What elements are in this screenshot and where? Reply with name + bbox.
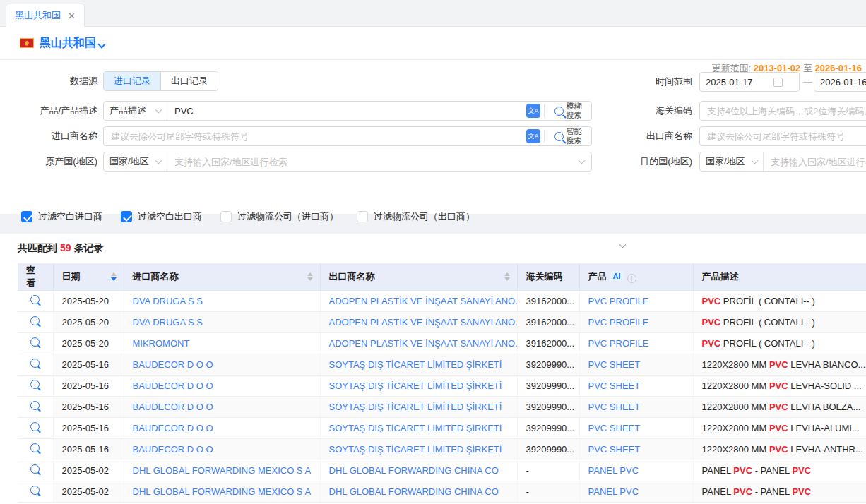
importer-link[interactable]: DVA DRUGA S S — [133, 296, 203, 306]
origin-country-input[interactable] — [167, 152, 579, 171]
exporter-link[interactable]: SOYTAŞ DIŞ TİCARET LİMİTED ŞİRKETİ — [329, 402, 502, 412]
origin-country-label: 原产国(地区) — [20, 152, 97, 172]
product-link[interactable]: PANEL PVC — [588, 465, 639, 476]
data-source-option-1[interactable]: 出口记录 — [160, 72, 218, 90]
column-header-2[interactable]: 进口商名称 — [124, 263, 320, 290]
date-cell: 2025-05-20 — [53, 290, 124, 311]
product-cell: PVC PROFILE — [579, 311, 693, 332]
exporter-link[interactable]: DHL GLOBAL FORWARDING CHINA CO — [329, 465, 499, 476]
column-header-5: 产品AIi — [579, 263, 693, 290]
date-from-input[interactable] — [706, 77, 773, 88]
exporter-link[interactable]: SOYTAŞ DIŞ TİCARET LİMİTED ŞİRKETİ — [329, 423, 502, 433]
destination-country-control: 国家/地区 — [699, 152, 866, 172]
origin-type-select[interactable]: 国家/地区 — [104, 152, 167, 171]
view-record-button[interactable] — [18, 311, 53, 332]
view-record-button[interactable] — [18, 354, 53, 375]
importer-link[interactable]: BAUDECOR D O O — [133, 444, 213, 455]
product-link[interactable]: PVC SHEET — [588, 444, 641, 455]
exporter-link[interactable]: ADOPEN PLASTİK VE İNŞAAT SANAYİ ANO... — [329, 338, 518, 349]
view-record-button[interactable] — [18, 417, 53, 438]
hs-code-input[interactable] — [700, 102, 866, 120]
fuzzy-search-button[interactable]: 模糊搜索 — [545, 102, 591, 120]
highlighted-term: PVC — [733, 465, 752, 476]
exporter-link[interactable]: SOYTAŞ DIŞ TİCARET LİMİTED ŞİRKETİ — [329, 359, 502, 370]
smart-search-button[interactable]: 智能搜索 — [545, 127, 591, 145]
column-header-3[interactable]: 出口商名称 — [320, 263, 517, 290]
importer-link[interactable]: BAUDECOR D O O — [133, 423, 213, 433]
importer-link[interactable]: DHL GLOBAL FORWARDING MEXICO S A — [133, 465, 312, 476]
info-icon[interactable]: i — [627, 274, 636, 283]
exporter-input[interactable] — [700, 127, 866, 145]
filter-checkbox-1[interactable]: 过滤空白出口商 — [121, 210, 202, 223]
highlighted-term: PVC — [733, 486, 752, 497]
importer-link[interactable]: MIKROMONT — [133, 338, 190, 349]
product-link[interactable]: PVC SHEET — [588, 402, 641, 412]
product-description-cell: PVC PROFİL ( CONTALI-- ) — [693, 332, 866, 354]
tab-close-icon[interactable]: ✕ — [68, 11, 76, 20]
view-record-button[interactable] — [18, 481, 53, 502]
sort-control[interactable] — [307, 272, 313, 281]
product-description-cell: 1220X2800 MM PVC LEVHA-ALUMI... — [693, 417, 866, 438]
importer-input[interactable] — [104, 127, 523, 145]
filter-checkbox-0[interactable]: 过滤空白进口商 — [21, 210, 102, 223]
destination-type-select[interactable]: 国家/地区 — [700, 152, 764, 171]
view-record-button[interactable] — [18, 396, 53, 417]
exporter-link[interactable]: DHL GLOBAL FORWARDING CHINA CO — [329, 486, 499, 497]
product-link[interactable]: PVC PROFILE — [588, 338, 649, 349]
filter-checkbox-2[interactable]: 过滤物流公司（进口商） — [220, 210, 338, 223]
product-link[interactable]: PVC PROFILE — [588, 317, 649, 328]
product-description-cell: 1220X2800 MM PVC LEVHA BOLZA... — [693, 396, 866, 417]
view-record-button[interactable] — [18, 290, 53, 311]
view-record-button[interactable] — [18, 375, 53, 396]
checkbox-unchecked-icon[interactable] — [220, 211, 232, 222]
chevron-down-icon — [155, 157, 162, 164]
view-record-button[interactable] — [18, 332, 53, 354]
filter-checkbox-3[interactable]: 过滤物流公司（出口商） — [357, 210, 475, 223]
table-header-row: 查看日期进口商名称出口商名称海关编码产品AIi产品描述 — [18, 263, 866, 290]
importer-link[interactable]: DVA DRUGA S S — [133, 317, 203, 328]
chevron-down-icon — [619, 241, 626, 248]
country-name[interactable]: 黑山共和国 — [40, 36, 96, 51]
checkbox-checked-icon[interactable] — [121, 211, 132, 222]
product-link[interactable]: PVC SHEET — [588, 380, 641, 391]
highlighted-term: PVC — [792, 486, 811, 497]
translate-button[interactable]: 文A — [523, 102, 544, 120]
exporter-link[interactable]: SOYTAŞ DIŞ TİCARET LİMİTED ŞİRKETİ — [329, 380, 502, 391]
description-text: PROFİL ( CONTALI-- ) — [720, 317, 815, 328]
chevron-down-icon — [155, 107, 162, 114]
column-label: 进口商名称 — [133, 271, 179, 282]
sort-control[interactable] — [504, 272, 510, 281]
checkbox-checked-icon[interactable] — [21, 211, 32, 222]
tab-montenegro[interactable]: 黑山共和国 ✕ — [6, 4, 85, 27]
column-header-4: 海关编码 — [517, 263, 579, 290]
product-link[interactable]: PVC PROFILE — [588, 296, 649, 306]
column-header-1[interactable]: 日期 — [53, 263, 124, 290]
sort-control[interactable] — [111, 272, 117, 281]
exporter-link[interactable]: ADOPEN PLASTİK VE İNŞAAT SANAYİ ANO... — [329, 296, 518, 306]
importer-link[interactable]: DHL GLOBAL FORWARDING MEXICO S A — [133, 486, 312, 497]
checkbox-label: 过滤空白进口商 — [38, 210, 102, 223]
view-record-button[interactable] — [18, 460, 53, 481]
importer-link[interactable]: BAUDECOR D O O — [133, 402, 213, 412]
date-to-picker[interactable] — [814, 72, 866, 92]
data-source-option-0[interactable]: 进口记录 — [104, 72, 160, 90]
destination-country-input[interactable] — [764, 152, 866, 171]
product-link[interactable]: PVC SHEET — [588, 359, 641, 370]
importer-link[interactable]: BAUDECOR D O O — [133, 380, 213, 391]
product-description-cell: PVC PROFİL ( CONTALI-- ) — [693, 290, 866, 311]
importer-link[interactable]: BAUDECOR D O O — [133, 359, 213, 370]
product-link[interactable]: PANEL PVC — [588, 486, 639, 497]
view-record-button[interactable] — [18, 438, 53, 460]
exporter-link[interactable]: SOYTAŞ DIŞ TİCARET LİMİTED ŞİRKETİ — [329, 444, 502, 455]
product-type-select[interactable]: 产品描述 — [104, 102, 167, 120]
product-search-input[interactable] — [167, 102, 523, 120]
trade-data-app: { "tab": { "title": "黑山共和国" }, "header":… — [0, 0, 866, 504]
date-to-input[interactable] — [820, 77, 866, 88]
chevron-down-icon[interactable] — [97, 40, 105, 48]
date-from-picker[interactable] — [699, 72, 800, 92]
product-link[interactable]: PVC SHEET — [588, 423, 641, 433]
translate-button[interactable]: 文A — [523, 127, 544, 145]
importer-cell: BAUDECOR D O O — [124, 375, 320, 396]
checkbox-unchecked-icon[interactable] — [357, 211, 368, 222]
exporter-link[interactable]: ADOPEN PLASTİK VE İNŞAAT SANAYİ ANO... — [329, 317, 518, 328]
